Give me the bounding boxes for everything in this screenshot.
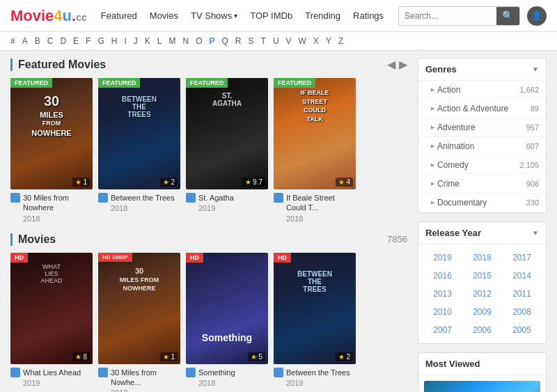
movie-quality-4	[274, 368, 283, 377]
nav-trending[interactable]: Trending	[305, 10, 340, 21]
alpha-y[interactable]: Y	[326, 36, 331, 46]
alpha-b[interactable]: B	[35, 36, 40, 46]
movie-rating-2: ★1	[160, 352, 178, 361]
nav-movies[interactable]: Movies	[150, 10, 178, 21]
genre-name-action: Action	[431, 85, 460, 95]
search-button[interactable]: 🔍	[496, 6, 519, 26]
alpha-p[interactable]: P	[210, 36, 215, 46]
genre-item-adventure[interactable]: Adventure 957	[418, 118, 546, 137]
nav-ratings[interactable]: Ratings	[353, 10, 384, 21]
featured-movie-4[interactable]: FEATURED IF BEALESTREETCOULDTALK ★4 If B…	[274, 78, 356, 223]
year-2006[interactable]: 2006	[464, 322, 501, 338]
year-2013[interactable]: 2013	[424, 286, 461, 301]
featured-prev[interactable]: ◀	[387, 58, 395, 71]
nav-topimdb[interactable]: TOP IMDb	[250, 10, 292, 21]
year-2012[interactable]: 2012	[464, 286, 501, 301]
alpha-r[interactable]: R	[235, 36, 242, 46]
movie-1[interactable]: HD WHATLIESAHEAD ★8 What Lies Ahead 2019	[10, 253, 93, 392]
search-input[interactable]	[399, 11, 496, 21]
genre-item-comedy[interactable]: Comedy 2,105	[418, 156, 546, 175]
genres-toggle[interactable]: ▼	[532, 65, 539, 73]
year-2017[interactable]: 2017	[503, 250, 540, 265]
year-2011[interactable]: 2011	[503, 286, 540, 301]
alpha-l[interactable]: L	[157, 36, 162, 46]
featured-movie-title-4: If Beale Street Could T...	[286, 193, 356, 213]
alpha-h[interactable]: H	[111, 36, 118, 46]
movie-quality-3	[186, 368, 196, 377]
nav-featured[interactable]: Featured	[101, 10, 137, 21]
movie-info-2: 30 Miles from Nowhe... 2018	[98, 368, 180, 392]
featured-info-4: If Beale Street Could T... 2018	[274, 193, 356, 223]
logo-movie: Movie	[10, 7, 54, 24]
featured-next[interactable]: ▶	[399, 58, 407, 71]
featured-thumb-2: FEATURED BETWEENTHETREES ★2	[98, 78, 180, 189]
genre-item-crime[interactable]: Crime 906	[418, 175, 546, 194]
genre-item-action[interactable]: Action 1,662	[418, 81, 546, 100]
movie-3[interactable]: HD Something ★5 Something 2018	[186, 253, 268, 392]
alpha-c[interactable]: C	[47, 36, 54, 46]
genre-count-animation: 607	[526, 142, 539, 150]
release-year-toggle[interactable]: ▼	[532, 229, 539, 237]
year-2008[interactable]: 2008	[503, 304, 540, 320]
alpha-s[interactable]: S	[249, 36, 254, 46]
logo[interactable]: Movie4u.cc	[10, 7, 87, 25]
year-2005[interactable]: 2005	[503, 322, 540, 338]
featured-movie-1[interactable]: FEATURED 30 MILES FROM NOWHERE ★1 30 Mil…	[10, 78, 93, 223]
alpha-j[interactable]: J	[134, 36, 138, 46]
year-2009[interactable]: 2009	[464, 304, 501, 320]
alpha-a[interactable]: A	[22, 36, 28, 46]
alpha-z[interactable]: Z	[338, 36, 343, 46]
alpha-i[interactable]: I	[124, 36, 126, 46]
user-icon[interactable]: 👤	[527, 6, 547, 26]
search-box: 🔍	[398, 6, 520, 26]
year-grid: 2019 2018 2017 2016 2015 2014 2013 2012 …	[418, 244, 546, 343]
year-2018[interactable]: 2018	[464, 250, 501, 265]
featured-movie-year-3: 2019	[198, 204, 234, 212]
alpha-m[interactable]: M	[168, 36, 175, 46]
year-2016[interactable]: 2016	[424, 268, 461, 283]
alpha-x[interactable]: X	[313, 36, 319, 46]
alpha-w[interactable]: W	[299, 36, 306, 46]
movie-info-4: Between the Trees 2019	[274, 368, 356, 387]
genre-item-action-adventure[interactable]: Action & Adventure 89	[418, 100, 546, 118]
year-2015[interactable]: 2015	[464, 268, 501, 283]
most-viewed-bg-1	[424, 381, 540, 392]
year-2019[interactable]: 2019	[424, 250, 461, 265]
alpha-q[interactable]: Q	[222, 36, 228, 46]
featured-movie-2[interactable]: FEATURED BETWEENTHETREES ★2 Between the …	[98, 78, 180, 223]
movie-2[interactable]: HD 1080P 30MILES FROMNOWHERE ★1 30 Miles…	[98, 253, 180, 392]
quality-icon-2	[98, 193, 108, 203]
header: Movie4u.cc Featured Movies TV Shows TOP …	[0, 0, 557, 32]
sidebar: Genres ▼ Action 1,662 Action & Adventure…	[418, 58, 547, 392]
alpha-k[interactable]: K	[145, 36, 150, 46]
alpha-g[interactable]: G	[97, 36, 104, 46]
alpha-e[interactable]: E	[73, 36, 79, 46]
alpha-hash[interactable]: #	[10, 36, 15, 46]
featured-movie-3[interactable]: FEATURED ST.AGATHA ★9.7 St. Agatha 2019	[186, 78, 268, 223]
year-2007[interactable]: 2007	[424, 322, 461, 338]
year-2014[interactable]: 2014	[503, 268, 540, 283]
nav-tvshows[interactable]: TV Shows	[191, 10, 237, 21]
movie-4[interactable]: HD BETWEENTHETREES ★2 Between the Trees …	[274, 253, 356, 392]
year-2010[interactable]: 2010	[424, 304, 461, 320]
featured-rating-3: ★9.7	[242, 178, 265, 187]
genres-section: Genres ▼ Action 1,662 Action & Adventure…	[418, 58, 547, 213]
movie-info-1: What Lies Ahead 2019	[10, 368, 93, 387]
most-viewed-item-1[interactable]: Moana 2016 2016	[418, 375, 546, 392]
alpha-d[interactable]: D	[60, 36, 66, 46]
alpha-u[interactable]: U	[273, 36, 279, 46]
genre-item-animation[interactable]: Animation 607	[418, 137, 546, 156]
genre-count-action: 1,662	[519, 86, 539, 94]
featured-movie-year-4: 2018	[286, 214, 356, 223]
alpha-v[interactable]: V	[286, 36, 292, 46]
alpha-o[interactable]: O	[196, 36, 202, 46]
featured-movie-year-1: 2018	[23, 214, 93, 223]
genre-count-comedy: 2,105	[519, 161, 539, 169]
alpha-f[interactable]: F	[86, 36, 91, 46]
genre-item-documentary[interactable]: Documentary 330	[418, 194, 546, 212]
featured-thumb-1: FEATURED 30 MILES FROM NOWHERE ★1	[10, 78, 93, 189]
alpha-n[interactable]: N	[182, 36, 189, 46]
release-year-section: Release Year ▼ 2019 2018 2017 2016 2015 …	[418, 221, 547, 344]
most-viewed-header: Most Viewed	[418, 353, 546, 375]
alpha-t[interactable]: T	[261, 36, 266, 46]
